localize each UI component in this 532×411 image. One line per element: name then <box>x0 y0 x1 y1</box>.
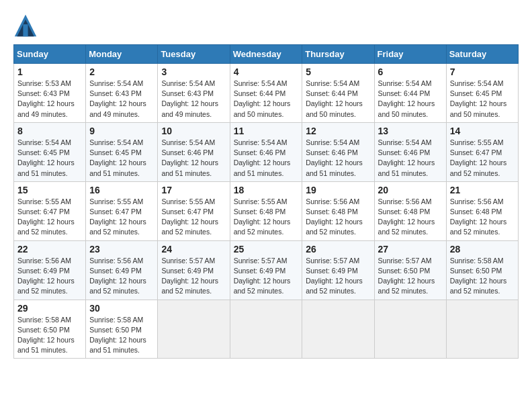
calendar-cell: 23 Sunrise: 5:56 AM Sunset: 6:49 PM Dayl… <box>86 240 158 300</box>
day-detail: Sunrise: 5:54 AM Sunset: 6:43 PM Dayligh… <box>161 79 226 120</box>
calendar-cell: 20 Sunrise: 5:56 AM Sunset: 6:48 PM Dayl… <box>374 181 446 240</box>
calendar-cell: 17 Sunrise: 5:55 AM Sunset: 6:47 PM Dayl… <box>158 181 230 240</box>
day-detail: Sunrise: 5:55 AM Sunset: 6:47 PM Dayligh… <box>89 197 154 238</box>
day-number: 13 <box>378 126 443 136</box>
calendar-table: SundayMondayTuesdayWednesdayThursdayFrid… <box>13 44 519 359</box>
calendar-week-row: 1 Sunrise: 5:53 AM Sunset: 6:43 PM Dayli… <box>14 64 519 123</box>
day-number: 8 <box>17 126 82 136</box>
day-number: 7 <box>450 66 515 77</box>
calendar-cell: 1 Sunrise: 5:53 AM Sunset: 6:43 PM Dayli… <box>14 64 86 123</box>
calendar-cell: 18 Sunrise: 5:55 AM Sunset: 6:48 PM Dayl… <box>230 181 302 240</box>
day-detail: Sunrise: 5:56 AM Sunset: 6:48 PM Dayligh… <box>450 197 515 238</box>
day-number: 23 <box>89 244 154 255</box>
calendar-cell: 6 Sunrise: 5:54 AM Sunset: 6:44 PM Dayli… <box>374 64 446 123</box>
calendar-cell: 25 Sunrise: 5:57 AM Sunset: 6:49 PM Dayl… <box>230 240 302 300</box>
calendar-week-row: 22 Sunrise: 5:56 AM Sunset: 6:49 PM Dayl… <box>14 240 519 300</box>
calendar-day-header: Thursday <box>302 45 374 64</box>
calendar-cell: 15 Sunrise: 5:55 AM Sunset: 6:47 PM Dayl… <box>14 181 86 240</box>
day-detail: Sunrise: 5:57 AM Sunset: 6:50 PM Dayligh… <box>378 256 443 297</box>
day-number: 10 <box>161 126 226 136</box>
logo-icon <box>13 13 38 38</box>
day-number: 3 <box>161 66 226 77</box>
day-number: 16 <box>89 185 154 195</box>
day-number: 20 <box>378 185 443 195</box>
day-detail: Sunrise: 5:54 AM Sunset: 6:45 PM Dayligh… <box>89 138 154 179</box>
day-number: 12 <box>306 126 370 136</box>
day-detail: Sunrise: 5:56 AM Sunset: 6:49 PM Dayligh… <box>17 256 82 297</box>
logo <box>13 13 40 38</box>
calendar-week-row: 8 Sunrise: 5:54 AM Sunset: 6:45 PM Dayli… <box>14 122 519 181</box>
day-detail: Sunrise: 5:54 AM Sunset: 6:44 PM Dayligh… <box>306 79 370 120</box>
svg-rect-2 <box>23 24 28 36</box>
day-detail: Sunrise: 5:56 AM Sunset: 6:49 PM Dayligh… <box>89 256 154 297</box>
calendar-cell: 16 Sunrise: 5:55 AM Sunset: 6:47 PM Dayl… <box>86 181 158 240</box>
day-detail: Sunrise: 5:54 AM Sunset: 6:46 PM Dayligh… <box>161 138 226 179</box>
day-detail: Sunrise: 5:54 AM Sunset: 6:46 PM Dayligh… <box>306 138 370 179</box>
calendar-cell <box>158 300 230 359</box>
calendar-body: 1 Sunrise: 5:53 AM Sunset: 6:43 PM Dayli… <box>14 64 519 359</box>
day-detail: Sunrise: 5:56 AM Sunset: 6:48 PM Dayligh… <box>378 197 443 238</box>
calendar-day-header: Wednesday <box>230 45 302 64</box>
calendar-cell: 27 Sunrise: 5:57 AM Sunset: 6:50 PM Dayl… <box>374 240 446 300</box>
day-number: 5 <box>306 66 370 77</box>
calendar-cell: 11 Sunrise: 5:54 AM Sunset: 6:46 PM Dayl… <box>230 122 302 181</box>
day-number: 26 <box>306 244 370 255</box>
calendar-cell: 8 Sunrise: 5:54 AM Sunset: 6:45 PM Dayli… <box>14 122 86 181</box>
day-number: 24 <box>161 244 226 255</box>
calendar-cell: 30 Sunrise: 5:58 AM Sunset: 6:50 PM Dayl… <box>86 300 158 359</box>
calendar-header: SundayMondayTuesdayWednesdayThursdayFrid… <box>14 45 519 64</box>
calendar-cell: 28 Sunrise: 5:58 AM Sunset: 6:50 PM Dayl… <box>446 240 518 300</box>
day-detail: Sunrise: 5:55 AM Sunset: 6:47 PM Dayligh… <box>450 138 515 179</box>
day-number: 15 <box>17 185 82 195</box>
calendar-cell: 7 Sunrise: 5:54 AM Sunset: 6:45 PM Dayli… <box>446 64 518 123</box>
day-number: 27 <box>378 244 443 255</box>
day-number: 25 <box>234 244 299 255</box>
day-detail: Sunrise: 5:56 AM Sunset: 6:48 PM Dayligh… <box>306 197 370 238</box>
calendar-cell: 29 Sunrise: 5:58 AM Sunset: 6:50 PM Dayl… <box>14 300 86 359</box>
day-detail: Sunrise: 5:57 AM Sunset: 6:49 PM Dayligh… <box>161 256 226 297</box>
day-detail: Sunrise: 5:54 AM Sunset: 6:45 PM Dayligh… <box>450 79 515 120</box>
calendar-cell: 21 Sunrise: 5:56 AM Sunset: 6:48 PM Dayl… <box>446 181 518 240</box>
day-detail: Sunrise: 5:54 AM Sunset: 6:44 PM Dayligh… <box>234 79 299 120</box>
day-detail: Sunrise: 5:58 AM Sunset: 6:50 PM Dayligh… <box>89 315 154 356</box>
calendar-day-header: Sunday <box>14 45 86 64</box>
day-detail: Sunrise: 5:54 AM Sunset: 6:44 PM Dayligh… <box>378 79 443 120</box>
day-detail: Sunrise: 5:58 AM Sunset: 6:50 PM Dayligh… <box>450 256 515 297</box>
calendar-day-header: Saturday <box>446 45 518 64</box>
calendar-cell: 14 Sunrise: 5:55 AM Sunset: 6:47 PM Dayl… <box>446 122 518 181</box>
day-detail: Sunrise: 5:55 AM Sunset: 6:48 PM Dayligh… <box>234 197 299 238</box>
day-detail: Sunrise: 5:53 AM Sunset: 6:43 PM Dayligh… <box>17 79 82 120</box>
day-detail: Sunrise: 5:58 AM Sunset: 6:50 PM Dayligh… <box>17 315 82 356</box>
calendar-cell: 24 Sunrise: 5:57 AM Sunset: 6:49 PM Dayl… <box>158 240 230 300</box>
day-number: 19 <box>306 185 370 195</box>
calendar-cell: 2 Sunrise: 5:54 AM Sunset: 6:43 PM Dayli… <box>86 64 158 123</box>
calendar-day-header: Friday <box>374 45 446 64</box>
day-number: 29 <box>17 303 82 314</box>
day-number: 11 <box>234 126 299 136</box>
calendar-cell: 26 Sunrise: 5:57 AM Sunset: 6:49 PM Dayl… <box>302 240 374 300</box>
day-detail: Sunrise: 5:54 AM Sunset: 6:46 PM Dayligh… <box>378 138 443 179</box>
day-detail: Sunrise: 5:54 AM Sunset: 6:43 PM Dayligh… <box>89 79 154 120</box>
day-detail: Sunrise: 5:54 AM Sunset: 6:45 PM Dayligh… <box>17 138 82 179</box>
calendar-header-row: SundayMondayTuesdayWednesdayThursdayFrid… <box>14 45 519 64</box>
day-number: 4 <box>234 66 299 77</box>
day-number: 17 <box>161 185 226 195</box>
calendar-day-header: Tuesday <box>158 45 230 64</box>
calendar-cell: 3 Sunrise: 5:54 AM Sunset: 6:43 PM Dayli… <box>158 64 230 123</box>
calendar-week-row: 15 Sunrise: 5:55 AM Sunset: 6:47 PM Dayl… <box>14 181 519 240</box>
day-number: 18 <box>234 185 299 195</box>
day-number: 22 <box>17 244 82 255</box>
calendar-cell <box>374 300 446 359</box>
day-detail: Sunrise: 5:57 AM Sunset: 6:49 PM Dayligh… <box>306 256 370 297</box>
day-number: 14 <box>450 126 515 136</box>
day-number: 9 <box>89 126 154 136</box>
calendar-cell <box>446 300 518 359</box>
calendar-cell: 4 Sunrise: 5:54 AM Sunset: 6:44 PM Dayli… <box>230 64 302 123</box>
day-number: 28 <box>450 244 515 255</box>
day-detail: Sunrise: 5:55 AM Sunset: 6:47 PM Dayligh… <box>161 197 226 238</box>
calendar-cell: 13 Sunrise: 5:54 AM Sunset: 6:46 PM Dayl… <box>374 122 446 181</box>
page-header <box>13 13 519 38</box>
day-number: 2 <box>89 66 154 77</box>
day-number: 21 <box>450 185 515 195</box>
calendar-cell: 19 Sunrise: 5:56 AM Sunset: 6:48 PM Dayl… <box>302 181 374 240</box>
